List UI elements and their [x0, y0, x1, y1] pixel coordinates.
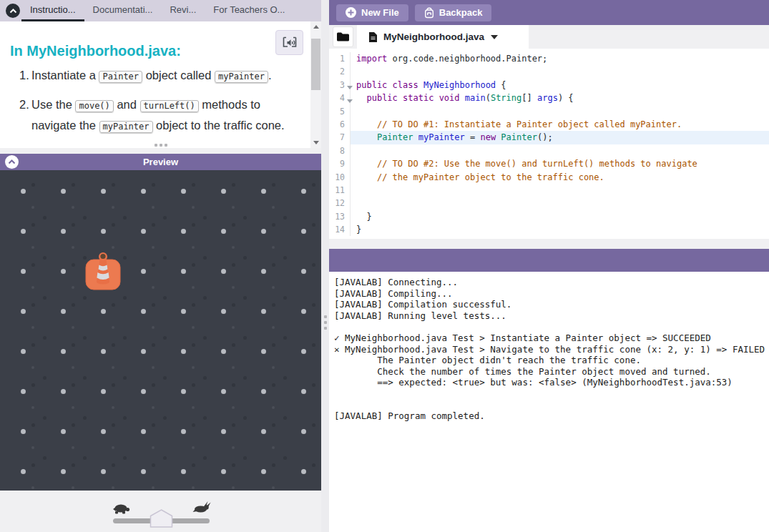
code-line-2[interactable]: 2 [329, 65, 769, 78]
grid-dot-faint [243, 296, 247, 300]
grid-dot-faint [72, 343, 75, 347]
tab-forteacherso[interactable]: For Teachers O... [205, 0, 293, 21]
code-line-1[interactable]: 1import org.code.neighborhood.Painter; [329, 52, 769, 65]
line-number[interactable]: 2 [329, 65, 351, 78]
tab-documentati[interactable]: Documentati... [84, 0, 162, 21]
console-output[interactable]: [JAVALAB] Connecting...[JAVALAB] Compili… [329, 272, 769, 532]
instruction-item: 2.Use the move() and turnLeft() methods … [19, 95, 313, 137]
code-line-13[interactable]: 13 } [329, 210, 769, 223]
panel-resize-handle[interactable] [155, 144, 167, 147]
grid-dot-faint [283, 416, 287, 420]
grid-dot-faint [112, 383, 115, 387]
grid-dot [61, 349, 66, 354]
pane-resize-handle[interactable] [324, 315, 327, 330]
line-number[interactable]: 5 [329, 105, 351, 118]
new-file-button[interactable]: New File [336, 4, 408, 21]
line-number[interactable]: 7 [329, 131, 351, 144]
grid-dot [141, 429, 146, 434]
code-line-12[interactable]: 12 [329, 197, 769, 210]
line-number[interactable]: 1 [329, 52, 351, 65]
fold-arrow-icon[interactable] [347, 99, 353, 103]
code-line-7[interactable]: 7 Painter myPainter = new Painter(); [329, 131, 769, 144]
instructions-scrollbar[interactable] [310, 21, 321, 148]
file-browser-button[interactable] [333, 26, 353, 47]
line-number[interactable]: 8 [329, 144, 351, 157]
instruction-text: Use the move() and turnLeft() methods to… [31, 95, 313, 137]
grid-dot-faint [312, 303, 315, 307]
caret-down-icon[interactable] [491, 35, 498, 39]
grid-dot-faint [283, 296, 287, 300]
code-line-6[interactable]: 6 // TO DO #1: Instantiate a Painter obj… [329, 118, 769, 131]
fold-arrow-icon[interactable] [347, 86, 353, 89]
tab-instructio[interactable]: Instructio... [21, 0, 84, 21]
grid-dot-faint [232, 343, 235, 347]
grid-dot-faint [312, 223, 315, 227]
inline-code-chip: myPainter [99, 121, 153, 133]
speed-slider-thumb[interactable] [150, 509, 173, 528]
console-header [329, 249, 769, 272]
grid-dot-faint [123, 296, 127, 300]
file-tab-row: MyNeighborhood.java [329, 25, 769, 49]
code-line-9[interactable]: 9 // TO DO #2: Use the move() and turnLe… [329, 157, 769, 170]
grid-dot [141, 229, 146, 234]
grid-dot-faint [152, 206, 155, 209]
grid-dot [141, 389, 146, 394]
code-line-8[interactable]: 8 [329, 144, 769, 157]
console-line: Check the number of times the Painter ob… [334, 366, 769, 378]
grid-dot-faint [112, 343, 115, 347]
code-content [351, 105, 769, 118]
grid-dot-faint [31, 343, 35, 347]
collapse-panel-button[interactable] [6, 4, 20, 18]
grid-dot [21, 429, 26, 434]
code-line-5[interactable]: 5 [329, 105, 769, 118]
code-token: ( [486, 93, 491, 103]
pane-divider[interactable] [321, 0, 329, 532]
code-content: public static void main(String[] args) { [351, 92, 769, 104]
line-number[interactable]: 11 [329, 184, 351, 197]
grid-dot-faint [152, 183, 155, 187]
code-line-11[interactable]: 11 [329, 184, 769, 197]
line-number[interactable]: 10 [329, 171, 351, 184]
line-number[interactable]: 4 [329, 92, 351, 104]
line-number[interactable]: 13 [329, 210, 351, 223]
instruction-text: Instantiate a Painter object called myPa… [31, 66, 313, 87]
chevron-up-icon [9, 9, 17, 14]
grid-dot-faint [152, 463, 155, 467]
line-number[interactable]: 3 [329, 79, 351, 92]
code-line-4[interactable]: 4 public static void main(String[] args)… [329, 92, 769, 104]
scrollbar-thumb[interactable] [311, 39, 320, 90]
grid-dot-faint [163, 376, 167, 380]
code-content: import org.code.neighborhood.Painter; [351, 52, 769, 65]
grid-dot [141, 269, 146, 274]
code-content [351, 184, 769, 197]
grid-dot [181, 229, 186, 234]
instruction-number: 2. [19, 95, 31, 137]
line-number[interactable]: 14 [329, 223, 351, 236]
scroll-down-arrow-icon[interactable] [310, 137, 321, 148]
grid-dot [61, 189, 66, 194]
grid-dot-faint [243, 376, 247, 380]
line-number[interactable]: 9 [329, 157, 351, 170]
backpack-button[interactable]: Backpack [415, 4, 492, 21]
code-editor[interactable]: 1import org.code.neighborhood.Painter;23… [329, 49, 769, 239]
scroll-up-arrow-icon[interactable] [310, 21, 321, 32]
tab-revi[interactable]: Revi... [161, 0, 205, 21]
code-token [398, 93, 403, 103]
code-token: } [356, 225, 361, 235]
grid-dot-faint [232, 206, 235, 209]
read-aloud-button[interactable] [275, 30, 303, 55]
backpack-icon [424, 7, 434, 19]
grid-dot [101, 309, 106, 314]
code-line-14[interactable]: 14} [329, 223, 769, 236]
grid-dot [61, 429, 66, 434]
grid-dot-faint [31, 383, 35, 387]
line-number[interactable]: 12 [329, 197, 351, 210]
code-content: Painter myPainter = new Painter(); [351, 131, 769, 144]
grid-dot-faint [112, 446, 114, 449]
grid-dot [141, 349, 146, 354]
line-number[interactable]: 6 [329, 118, 351, 131]
code-line-10[interactable]: 10 // the myPainter object to the traffi… [329, 171, 769, 184]
code-line-3[interactable]: 3public class MyNeighborhood { [329, 79, 769, 92]
grid-dot [21, 389, 26, 394]
file-tab-myneighborhood[interactable]: MyNeighborhood.java [357, 25, 529, 49]
